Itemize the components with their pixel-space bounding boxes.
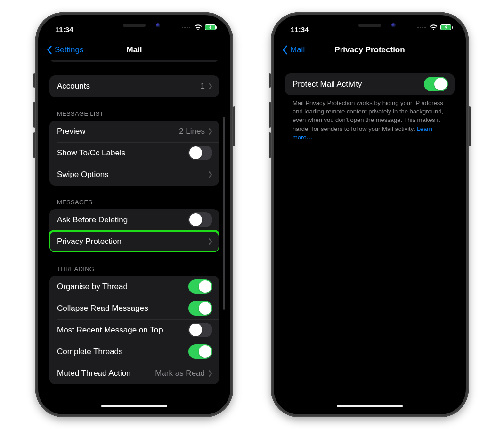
dots-icon	[182, 27, 190, 28]
chevron-right-icon	[209, 128, 212, 135]
toggle-protect-mail-activity[interactable]	[424, 77, 448, 91]
row-show-to-cc[interactable]: Show To/Cc Labels	[49, 142, 219, 164]
wifi-icon	[194, 24, 202, 31]
row-organise-by-thread[interactable]: Organise by Thread	[49, 276, 219, 298]
row-label: Protect Mail Activity	[293, 80, 424, 89]
row-language[interactable]: Language English (UK)	[49, 60, 219, 62]
row-accounts[interactable]: Accounts1	[49, 75, 219, 97]
row-label: Preview	[57, 127, 179, 136]
row-label: Collapse Read Messages	[57, 304, 188, 313]
row-label: Accounts	[57, 81, 201, 91]
home-indicator[interactable]	[337, 405, 403, 407]
footer-text: Mail Privacy Protection works by hiding …	[285, 95, 455, 142]
group-header: MESSAGE LIST	[57, 110, 211, 117]
row-muted-thread-action[interactable]: Muted Thread ActionMark as Read	[49, 363, 219, 384]
row-label: Muted Thread Action	[57, 369, 155, 378]
group-header: MESSAGES	[57, 199, 211, 206]
row-swipe-options[interactable]: Swipe Options	[49, 164, 219, 186]
row-detail: 2 Lines	[179, 127, 205, 136]
row-label: Privacy Protection	[57, 237, 209, 246]
nav-title: Privacy Protection	[277, 45, 462, 55]
dots-icon	[417, 27, 426, 28]
toggle-show-to-cc[interactable]	[188, 146, 212, 160]
row-complete-threads[interactable]: Complete Threads	[49, 341, 219, 363]
wifi-icon	[430, 24, 438, 31]
phone-right: 11:34 Mail Privacy Protection	[271, 12, 469, 417]
row-ask-before-deleting[interactable]: Ask Before Deleting	[49, 209, 219, 231]
row-label: Show To/Cc Labels	[57, 148, 188, 158]
row-label: Swipe Options	[57, 170, 209, 179]
row-label: Ask Before Deleting	[57, 215, 188, 225]
nav-bar: Mail Privacy Protection	[277, 40, 462, 60]
row-label: Organise by Thread	[57, 282, 188, 291]
battery-icon	[205, 24, 217, 30]
chevron-right-icon	[209, 171, 212, 178]
toggle-complete-threads[interactable]	[188, 344, 212, 359]
chevron-right-icon	[209, 83, 212, 89]
nav-title: Mail	[42, 45, 227, 55]
nav-bar: Settings Mail	[42, 40, 227, 60]
toggle-collapse-read-messages[interactable]	[188, 301, 212, 316]
row-protect-mail-activity[interactable]: Protect Mail Activity	[285, 73, 455, 95]
home-indicator[interactable]	[101, 405, 167, 407]
group-header: THREADING	[57, 266, 211, 273]
chevron-right-icon	[209, 370, 212, 377]
scrollbar[interactable]	[223, 117, 225, 310]
row-privacy-protection[interactable]: Privacy Protection	[49, 231, 219, 252]
row-collapse-read-messages[interactable]: Collapse Read Messages	[49, 298, 219, 319]
phone-left: 11:34 Settings Mail	[35, 12, 233, 417]
row-most-recent-on-top[interactable]: Most Recent Message on Top	[49, 319, 219, 341]
status-time: 11:34	[291, 25, 309, 33]
row-preview[interactable]: Preview2 Lines	[49, 121, 219, 142]
row-label: Complete Threads	[57, 347, 188, 356]
row-detail: Mark as Read	[155, 369, 205, 378]
battery-icon	[440, 24, 453, 30]
toggle-most-recent-on-top[interactable]	[188, 323, 212, 337]
status-time: 11:34	[55, 25, 73, 33]
chevron-right-icon	[209, 238, 212, 245]
toggle-organise-by-thread[interactable]	[188, 279, 212, 294]
row-detail: 1	[201, 81, 205, 91]
toggle-ask-before-deleting[interactable]	[188, 212, 212, 227]
row-label: Most Recent Message on Top	[57, 325, 188, 335]
